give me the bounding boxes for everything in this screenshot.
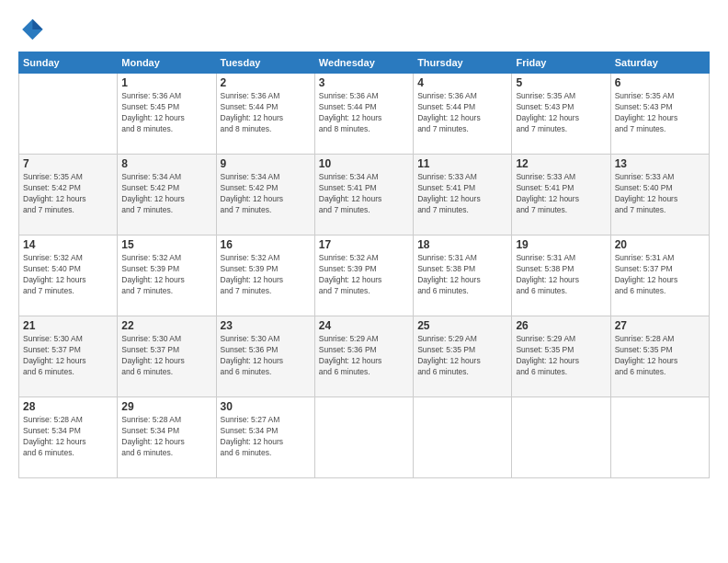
calendar-cell: 4Sunrise: 5:36 AM Sunset: 5:44 PM Daylig… [414, 74, 512, 155]
day-info: Sunrise: 5:31 AM Sunset: 5:38 PM Dayligh… [417, 253, 507, 297]
calendar-header-friday: Friday [512, 52, 610, 74]
calendar-cell: 28Sunrise: 5:28 AM Sunset: 5:34 PM Dayli… [19, 397, 118, 478]
day-number: 9 [221, 157, 311, 170]
day-number: 27 [615, 319, 705, 332]
day-info: Sunrise: 5:32 AM Sunset: 5:39 PM Dayligh… [121, 253, 211, 297]
day-info: Sunrise: 5:36 AM Sunset: 5:44 PM Dayligh… [417, 91, 507, 135]
calendar-cell: 7Sunrise: 5:35 AM Sunset: 5:42 PM Daylig… [19, 155, 118, 236]
calendar-header-sunday: Sunday [19, 52, 118, 74]
day-info: Sunrise: 5:33 AM Sunset: 5:41 PM Dayligh… [516, 172, 606, 216]
day-info: Sunrise: 5:27 AM Sunset: 5:34 PM Dayligh… [221, 415, 311, 459]
calendar-cell: 1Sunrise: 5:36 AM Sunset: 5:45 PM Daylig… [118, 74, 216, 155]
day-number: 11 [417, 157, 507, 170]
day-number: 23 [221, 319, 311, 332]
day-number: 12 [516, 157, 606, 170]
calendar-cell: 19Sunrise: 5:31 AM Sunset: 5:38 PM Dayli… [512, 236, 610, 316]
calendar-cell: 26Sunrise: 5:29 AM Sunset: 5:35 PM Dayli… [512, 316, 610, 397]
calendar-cell: 6Sunrise: 5:35 AM Sunset: 5:43 PM Daylig… [610, 74, 709, 155]
day-number: 16 [221, 238, 311, 251]
calendar-cell: 22Sunrise: 5:30 AM Sunset: 5:37 PM Dayli… [118, 316, 216, 397]
calendar-cell: 5Sunrise: 5:35 AM Sunset: 5:43 PM Daylig… [512, 74, 610, 155]
day-number: 5 [516, 76, 606, 89]
day-info: Sunrise: 5:31 AM Sunset: 5:38 PM Dayligh… [516, 253, 606, 297]
calendar-header-saturday: Saturday [610, 52, 709, 74]
calendar-cell: 24Sunrise: 5:29 AM Sunset: 5:36 PM Dayli… [314, 316, 413, 397]
calendar-cell [610, 397, 709, 478]
calendar: SundayMondayTuesdayWednesdayThursdayFrid… [18, 52, 710, 478]
day-info: Sunrise: 5:29 AM Sunset: 5:35 PM Dayligh… [516, 334, 606, 378]
day-info: Sunrise: 5:30 AM Sunset: 5:36 PM Dayligh… [221, 334, 311, 378]
calendar-cell: 13Sunrise: 5:33 AM Sunset: 5:40 PM Dayli… [610, 155, 709, 236]
day-number: 15 [121, 238, 211, 251]
day-number: 6 [615, 76, 705, 89]
calendar-cell: 18Sunrise: 5:31 AM Sunset: 5:38 PM Dayli… [414, 236, 512, 316]
day-number: 30 [221, 400, 311, 413]
day-number: 7 [23, 157, 113, 170]
day-number: 26 [516, 319, 606, 332]
day-number: 22 [121, 319, 211, 332]
day-info: Sunrise: 5:32 AM Sunset: 5:39 PM Dayligh… [319, 253, 409, 297]
calendar-cell: 12Sunrise: 5:33 AM Sunset: 5:41 PM Dayli… [512, 155, 610, 236]
calendar-cell [414, 397, 512, 478]
day-info: Sunrise: 5:29 AM Sunset: 5:36 PM Dayligh… [319, 334, 409, 378]
day-info: Sunrise: 5:32 AM Sunset: 5:39 PM Dayligh… [221, 253, 311, 297]
day-number: 13 [615, 157, 705, 170]
calendar-week-3: 14Sunrise: 5:32 AM Sunset: 5:40 PM Dayli… [19, 236, 710, 316]
day-info: Sunrise: 5:33 AM Sunset: 5:41 PM Dayligh… [417, 172, 507, 216]
calendar-cell: 14Sunrise: 5:32 AM Sunset: 5:40 PM Dayli… [19, 236, 118, 316]
calendar-cell: 20Sunrise: 5:31 AM Sunset: 5:37 PM Dayli… [610, 236, 709, 316]
day-number: 17 [319, 238, 409, 251]
day-number: 14 [23, 238, 113, 251]
calendar-cell [512, 397, 610, 478]
calendar-cell: 16Sunrise: 5:32 AM Sunset: 5:39 PM Dayli… [216, 236, 314, 316]
day-info: Sunrise: 5:28 AM Sunset: 5:34 PM Dayligh… [121, 415, 211, 459]
day-info: Sunrise: 5:35 AM Sunset: 5:42 PM Dayligh… [23, 172, 113, 216]
day-info: Sunrise: 5:36 AM Sunset: 5:45 PM Dayligh… [121, 91, 211, 135]
day-info: Sunrise: 5:35 AM Sunset: 5:43 PM Dayligh… [615, 91, 705, 135]
day-number: 25 [417, 319, 507, 332]
day-number: 10 [319, 157, 409, 170]
day-info: Sunrise: 5:29 AM Sunset: 5:35 PM Dayligh… [417, 334, 507, 378]
calendar-cell: 8Sunrise: 5:34 AM Sunset: 5:42 PM Daylig… [118, 155, 216, 236]
day-number: 2 [221, 76, 311, 89]
calendar-cell: 21Sunrise: 5:30 AM Sunset: 5:37 PM Dayli… [19, 316, 118, 397]
calendar-cell: 15Sunrise: 5:32 AM Sunset: 5:39 PM Dayli… [118, 236, 216, 316]
calendar-cell [19, 74, 118, 155]
day-info: Sunrise: 5:30 AM Sunset: 5:37 PM Dayligh… [23, 334, 113, 378]
day-number: 19 [516, 238, 606, 251]
calendar-cell: 10Sunrise: 5:34 AM Sunset: 5:41 PM Dayli… [314, 155, 413, 236]
day-number: 28 [23, 400, 113, 413]
day-info: Sunrise: 5:35 AM Sunset: 5:43 PM Dayligh… [516, 91, 606, 135]
day-number: 1 [121, 76, 211, 89]
day-info: Sunrise: 5:28 AM Sunset: 5:35 PM Dayligh… [615, 334, 705, 378]
calendar-week-1: 1Sunrise: 5:36 AM Sunset: 5:45 PM Daylig… [19, 74, 710, 155]
day-info: Sunrise: 5:33 AM Sunset: 5:40 PM Dayligh… [615, 172, 705, 216]
day-number: 4 [417, 76, 507, 89]
calendar-cell: 11Sunrise: 5:33 AM Sunset: 5:41 PM Dayli… [414, 155, 512, 236]
logo-icon [18, 17, 44, 42]
calendar-header-wednesday: Wednesday [314, 52, 413, 74]
day-info: Sunrise: 5:32 AM Sunset: 5:40 PM Dayligh… [23, 253, 113, 297]
calendar-cell: 23Sunrise: 5:30 AM Sunset: 5:36 PM Dayli… [216, 316, 314, 397]
day-info: Sunrise: 5:36 AM Sunset: 5:44 PM Dayligh… [221, 91, 311, 135]
calendar-header-monday: Monday [118, 52, 216, 74]
day-info: Sunrise: 5:31 AM Sunset: 5:37 PM Dayligh… [615, 253, 705, 297]
day-number: 18 [417, 238, 507, 251]
day-info: Sunrise: 5:34 AM Sunset: 5:42 PM Dayligh… [121, 172, 211, 216]
svg-marker-1 [32, 19, 42, 29]
day-number: 24 [319, 319, 409, 332]
calendar-cell: 30Sunrise: 5:27 AM Sunset: 5:34 PM Dayli… [216, 397, 314, 478]
day-number: 8 [121, 157, 211, 170]
day-number: 20 [615, 238, 705, 251]
day-info: Sunrise: 5:28 AM Sunset: 5:34 PM Dayligh… [23, 415, 113, 459]
calendar-cell: 2Sunrise: 5:36 AM Sunset: 5:44 PM Daylig… [216, 74, 314, 155]
day-info: Sunrise: 5:30 AM Sunset: 5:37 PM Dayligh… [121, 334, 211, 378]
calendar-week-2: 7Sunrise: 5:35 AM Sunset: 5:42 PM Daylig… [19, 155, 710, 236]
day-info: Sunrise: 5:36 AM Sunset: 5:44 PM Dayligh… [319, 91, 409, 135]
calendar-week-5: 28Sunrise: 5:28 AM Sunset: 5:34 PM Dayli… [19, 397, 710, 478]
day-info: Sunrise: 5:34 AM Sunset: 5:41 PM Dayligh… [319, 172, 409, 216]
calendar-week-4: 21Sunrise: 5:30 AM Sunset: 5:37 PM Dayli… [19, 316, 710, 397]
day-number: 3 [319, 76, 409, 89]
calendar-cell: 25Sunrise: 5:29 AM Sunset: 5:35 PM Dayli… [414, 316, 512, 397]
calendar-header-thursday: Thursday [414, 52, 512, 74]
